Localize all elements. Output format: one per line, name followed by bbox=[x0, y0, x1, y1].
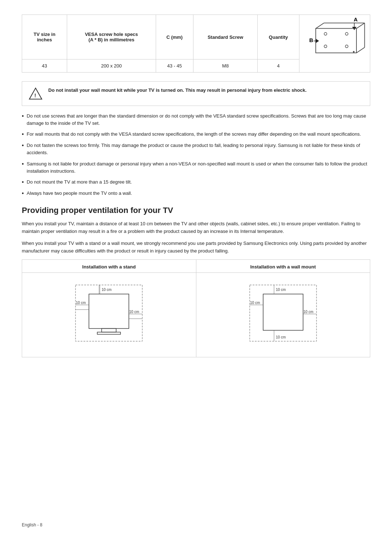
ventilation-paragraph1: When you install your TV, maintain a dis… bbox=[22, 220, 370, 235]
list-item: Do not fasten the screws too firmly. Thi… bbox=[22, 142, 370, 156]
col-header-diagram: A bbox=[299, 15, 370, 59]
warning-text: Do not install your wall mount kit while… bbox=[48, 87, 307, 94]
page-number: English - 8 bbox=[22, 522, 42, 527]
vent-panel-wall-title: Installation with a wall mount bbox=[196, 264, 370, 273]
warning-bold-text: Do not install your wall mount kit while… bbox=[48, 87, 307, 93]
svg-rect-20 bbox=[89, 294, 129, 328]
svg-text:10 cm: 10 cm bbox=[250, 300, 260, 304]
svg-text:B: B bbox=[309, 37, 313, 43]
list-item: Samsung is not liable for product damage… bbox=[22, 160, 370, 175]
svg-line-7 bbox=[356, 48, 364, 53]
col-header-tv-size: TV size ininches bbox=[22, 15, 67, 59]
cell-standard-screw: M8 bbox=[193, 59, 258, 73]
list-item: Do not use screws that are longer than t… bbox=[22, 112, 370, 127]
col-header-quantity: Quantity bbox=[258, 15, 299, 59]
cell-c-mm: 43 - 45 bbox=[156, 59, 193, 73]
svg-text:!: ! bbox=[34, 92, 36, 98]
svg-point-11 bbox=[324, 45, 327, 48]
vent-diagram-stand: 10 cm 10 cm 10 cm bbox=[22, 279, 196, 351]
svg-line-4 bbox=[315, 23, 323, 28]
svg-point-9 bbox=[324, 33, 327, 35]
vent-panel-stand: Installation with a stand 10 cm 10 cm bbox=[22, 260, 196, 357]
svg-rect-21 bbox=[102, 328, 116, 332]
svg-rect-33 bbox=[263, 294, 303, 330]
list-item: For wall mounts that do not comply with … bbox=[22, 131, 370, 138]
list-item: Do not mount the TV at more than a 15 de… bbox=[22, 178, 370, 186]
svg-line-5 bbox=[356, 23, 364, 28]
cell-quantity: 4 bbox=[258, 59, 299, 73]
svg-text:A: A bbox=[354, 16, 358, 22]
svg-text:10 cm: 10 cm bbox=[276, 287, 286, 291]
warning-icon: ! bbox=[29, 87, 42, 100]
svg-marker-15 bbox=[315, 39, 319, 43]
vent-panel-stand-title: Installation with a stand bbox=[22, 264, 196, 273]
screw-diagram-svg: A bbox=[299, 15, 370, 58]
vent-stand-svg: 10 cm 10 cm 10 cm bbox=[69, 279, 149, 351]
svg-text:10 cm: 10 cm bbox=[76, 300, 86, 304]
cell-vesa-specs: 200 x 200 bbox=[67, 59, 156, 73]
warning-box: ! Do not install your wall mount kit whi… bbox=[22, 81, 370, 106]
col-header-vesa-specs: VESA screw hole specs(A * B) in millimet… bbox=[67, 15, 156, 59]
svg-point-16 bbox=[353, 51, 354, 52]
col-header-c-mm: C (mm) bbox=[156, 15, 193, 59]
svg-rect-3 bbox=[315, 28, 356, 53]
page-footer: English - 8 bbox=[22, 522, 42, 527]
svg-text:10 cm: 10 cm bbox=[102, 287, 111, 291]
ventilation-paragraph2: When you install your TV with a stand or… bbox=[22, 240, 370, 255]
list-item: Always have two people mount the TV onto… bbox=[22, 190, 370, 197]
bullet-list: Do not use screws that are longer than t… bbox=[22, 112, 370, 197]
svg-text:10 cm: 10 cm bbox=[303, 309, 313, 313]
vent-diagram-wall: 10 cm 10 cm 10 cm 10 cm bbox=[196, 279, 370, 351]
vent-wall-svg: 10 cm 10 cm 10 cm 10 cm bbox=[243, 279, 323, 351]
cell-diagram bbox=[299, 59, 370, 73]
ventilation-diagrams: Installation with a stand 10 cm 10 cm bbox=[22, 259, 370, 357]
svg-point-12 bbox=[345, 45, 348, 48]
vent-panel-wall: Installation with a wall mount 10 cm 10 … bbox=[196, 260, 370, 357]
svg-text:10 cm: 10 cm bbox=[129, 309, 139, 313]
vesa-table: TV size ininches VESA screw hole specs(A… bbox=[22, 15, 370, 73]
ventilation-heading: Providing proper ventilation for your TV bbox=[22, 206, 370, 215]
svg-rect-22 bbox=[97, 332, 121, 334]
svg-point-10 bbox=[345, 33, 348, 35]
cell-tv-size: 43 bbox=[22, 59, 67, 73]
svg-text:10 cm: 10 cm bbox=[276, 335, 286, 339]
col-header-standard-screw: Standard Screw bbox=[193, 15, 258, 59]
